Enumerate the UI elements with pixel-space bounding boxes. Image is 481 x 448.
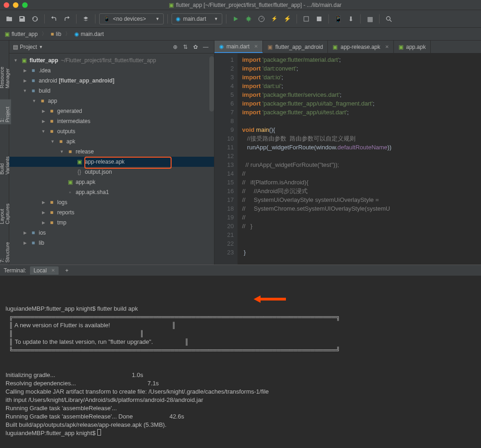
tree-item[interactable]: ▶■generated: [9, 106, 214, 116]
caret-icon: ▼: [155, 17, 160, 21]
editor-tab[interactable]: ▣app.apk: [394, 41, 431, 53]
tree-item[interactable]: ▣app-release.apk: [9, 157, 214, 167]
tree-item[interactable]: ▶■ios: [9, 228, 214, 238]
device-icon: 📱: [103, 16, 110, 22]
terminal-line: Built build/app/outputs/apk/release/app-…: [6, 421, 475, 429]
attach-button[interactable]: [301, 13, 312, 24]
arrow-annotation-icon: [254, 278, 286, 320]
save-button[interactable]: [17, 13, 28, 24]
window-minimize-icon[interactable]: [13, 2, 18, 8]
breadcrumb-item[interactable]: ◉ main.dart: [74, 31, 104, 37]
tree-item[interactable]: ▼■build: [9, 86, 214, 96]
settings-icon[interactable]: ✿: [191, 42, 200, 52]
tree-item[interactable]: ▣app.apk: [9, 177, 214, 187]
editor-tab[interactable]: ▣flutter_app_android: [263, 41, 328, 53]
terminal-line: ╚═══════════════════════════════════════…: [6, 346, 475, 354]
tree-item[interactable]: ▶■lib: [9, 238, 214, 248]
editor-tab[interactable]: ▣app-release.apk✕: [328, 41, 393, 53]
folder-icon: ■: [51, 31, 54, 37]
stop-button[interactable]: [314, 13, 325, 24]
hot-reload-button[interactable]: ⚡: [282, 13, 293, 24]
breadcrumb-item[interactable]: ■ lib: [51, 31, 61, 37]
terminal-line: [6, 363, 475, 371]
terminal-line: luguiandeMBP:flutter_app knight$: [6, 429, 475, 437]
expand-icon[interactable]: ⇅: [181, 42, 190, 52]
terminal-body[interactable]: luguiandeMBP:flutter_app knight$ flutter…: [0, 276, 481, 448]
terminal-panel: Terminal: Local ✕ + luguiandeMBP:flutter…: [0, 265, 481, 448]
tree-item[interactable]: ▶■logs: [9, 197, 214, 207]
terminal-line: Initializing gradle... 1.0s: [6, 371, 475, 379]
sdk-button[interactable]: ⬇: [345, 13, 356, 24]
run-config-selector[interactable]: ◉ main.dart ▼: [172, 13, 222, 24]
tree-item[interactable]: ▼■release: [9, 147, 214, 157]
tool-window-strip: Resource Manager 1: Project Build Varian…: [0, 41, 9, 265]
gutter: 1234567891011121314151617181920212223: [214, 53, 238, 265]
project-tree[interactable]: ▼▣flutter_app~/Flutter_project/first_flu…: [9, 53, 214, 265]
window-close-icon[interactable]: [4, 2, 9, 8]
breadcrumb: ▣ flutter_app 〉 ■ lib 〉 ◉ main.dart: [0, 28, 481, 41]
terminal-line: Running Gradle task 'assembleRelease'...: [6, 404, 475, 413]
terminal-line: Running Gradle task 'assembleRelease'...…: [6, 413, 475, 421]
caret-icon: ▼: [39, 45, 43, 49]
tree-item[interactable]: ▶■reports: [9, 207, 214, 218]
svg-point-4: [386, 17, 390, 20]
device-selector[interactable]: 📱 <no devices> ▼: [99, 13, 164, 24]
tree-item[interactable]: ▶■tmp: [9, 218, 214, 228]
caret-icon: ▼: [214, 17, 218, 21]
locate-icon[interactable]: ⊕: [171, 42, 180, 52]
project-view-icon: ▤: [13, 44, 18, 50]
layout-inspector-button[interactable]: ▦: [364, 13, 375, 24]
window-title: flutter_app [~/Flutter_project/first_flu…: [176, 2, 341, 8]
terminal-line: ║ To update to the latest version, run "…: [6, 338, 475, 346]
terminal-line: ╔═══════════════════════════════════════…: [6, 313, 475, 321]
close-icon[interactable]: ✕: [385, 44, 389, 49]
sync-button[interactable]: [30, 13, 41, 24]
window-zoom-icon[interactable]: [22, 2, 28, 8]
terminal-line: ║ ║: [6, 330, 475, 338]
build-button[interactable]: [80, 13, 91, 24]
hide-icon[interactable]: —: [201, 42, 210, 52]
add-terminal-button[interactable]: +: [62, 267, 71, 274]
tree-item[interactable]: ▶■.idea: [9, 65, 214, 76]
avd-button[interactable]: 📱: [333, 13, 344, 24]
redo-button[interactable]: [61, 13, 72, 24]
flutter-icon: ◉: [176, 16, 180, 22]
code-body[interactable]: import 'package:flutter/material.dart';i…: [238, 53, 481, 265]
tree-item[interactable]: ▼■apk: [9, 136, 214, 147]
tree-item[interactable]: ▶■intermediates: [9, 116, 214, 126]
titlebar: ▣flutter_app [~/Flutter_project/first_fl…: [0, 0, 481, 10]
breadcrumb-separator-icon: 〉: [42, 30, 47, 38]
code-editor[interactable]: 1234567891011121314151617181920212223 im…: [214, 53, 481, 265]
terminal-tab[interactable]: Local ✕: [30, 266, 59, 275]
tree-item[interactable]: ▼■app: [9, 96, 214, 106]
breadcrumb-item[interactable]: ▣ flutter_app: [5, 31, 38, 37]
search-button[interactable]: [383, 13, 394, 24]
panel-title[interactable]: ▤ Project ▼: [13, 44, 168, 50]
editor-tabs: ◉main.dart✕▣flutter_app_android▣app-rele…: [214, 41, 481, 53]
tree-item[interactable]: ▶■android [flutter_app_android]: [9, 76, 214, 86]
run-button[interactable]: [230, 13, 241, 24]
device-label: <no devices>: [113, 16, 146, 22]
open-button[interactable]: [4, 13, 15, 24]
tree-item[interactable]: ▼■outputs: [9, 126, 214, 136]
close-icon[interactable]: ✕: [51, 268, 55, 273]
file-icon: ▣: [169, 2, 174, 8]
profile-button[interactable]: [256, 13, 267, 24]
editor-tab[interactable]: ◉main.dart✕: [214, 41, 263, 53]
tree-item-root[interactable]: ▼▣flutter_app~/Flutter_project/first_flu…: [9, 55, 214, 65]
breadcrumb-separator-icon: 〉: [65, 30, 71, 38]
close-icon[interactable]: ✕: [254, 44, 258, 49]
coverage-button[interactable]: ⚡: [269, 13, 280, 24]
terminal-line: [6, 354, 475, 363]
config-label: main.dart: [183, 16, 206, 22]
undo-button[interactable]: [48, 13, 59, 24]
debug-button[interactable]: [243, 13, 254, 24]
main-toolbar: 📱 <no devices> ▼ ◉ main.dart ▼ ⚡ ⚡ 📱 ⬇ ▦: [0, 10, 481, 28]
project-panel: ▤ Project ▼ ⊕ ⇅ ✿ — ▼▣flutter_app~/Flutt…: [9, 41, 214, 265]
tree-item[interactable]: {}output.json: [9, 167, 214, 177]
scrollbar[interactable]: [209, 56, 214, 112]
module-icon: ▣: [5, 31, 10, 37]
terminal-line: luguiandeMBP:flutter_app knight$ flutter…: [6, 305, 475, 313]
tree-item[interactable]: ▫app.apk.sha1: [9, 187, 214, 197]
terminal-line: ║ A new version of Flutter is available!…: [6, 321, 475, 330]
